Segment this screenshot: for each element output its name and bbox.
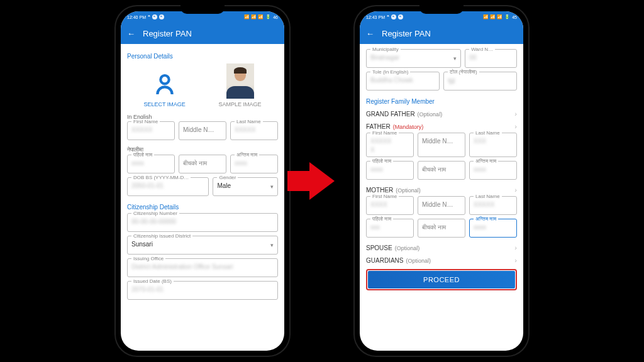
- section-family: Register Family Member: [366, 98, 517, 105]
- mother-nepali-last-field[interactable]: अन्तिम नामxxxx: [469, 219, 517, 238]
- mother-last-field[interactable]: Last NameXXXXX: [469, 196, 517, 215]
- content-left[interactable]: Personal Details SELECT IMAGE SAMPLE IMA…: [121, 44, 284, 351]
- status-app-icon: ❝: [152, 14, 157, 19]
- issuing-office-field[interactable]: Issuing OfficeDistrict Administration Of…: [127, 258, 278, 277]
- chevron-right-icon: ›: [514, 110, 517, 118]
- father-nepali-middle-field[interactable]: बीचको नाम: [418, 161, 465, 180]
- section-personal-details: Personal Details: [127, 53, 278, 60]
- battery-icon: 🔋: [504, 14, 510, 19]
- chevron-right-icon: ›: [514, 186, 517, 194]
- quote-icon: ❝: [387, 14, 389, 19]
- net-indicator: 45: [512, 15, 517, 19]
- signal-icon: 📶 📶 📶: [483, 14, 502, 19]
- status-app-icon: ❝: [391, 14, 396, 19]
- person-placeholder-icon: [151, 71, 179, 99]
- father-middle-field[interactable]: Middle N…: [418, 133, 465, 157]
- proceed-button[interactable]: PROCEED: [368, 271, 515, 288]
- first-name-field[interactable]: First NameXXXXX: [127, 121, 175, 140]
- chevron-down-icon: ▾: [270, 184, 274, 190]
- screen-right: 12:43 PM ❝ ❝ ❝ 📶 📶 📶 🔋 45 ← Register PAN…: [360, 11, 523, 351]
- svg-point-0: [160, 75, 169, 84]
- arrow-right-icon: [309, 162, 335, 200]
- citizenship-district-field[interactable]: Citizenship issued DistrictSunsari▾: [127, 236, 278, 255]
- chevron-down-icon: ▾: [453, 55, 457, 62]
- guardians-row[interactable]: GUARDIANS(Optional)›: [366, 254, 517, 266]
- municipality-field[interactable]: MunicipalityBiratnagar▾: [366, 49, 461, 68]
- ward-field[interactable]: Ward N…00: [465, 49, 517, 68]
- battery-icon: 🔋: [265, 14, 271, 19]
- proceed-highlight: PROCEED: [366, 269, 517, 290]
- net-indicator: 46: [273, 15, 278, 19]
- sample-image-label: SAMPLE IMAGE: [219, 101, 262, 107]
- issued-date-field[interactable]: Issued Date (BS)2070-01-01: [127, 281, 278, 300]
- status-time: 12:40 PM: [127, 15, 146, 19]
- sample-image-display: SAMPLE IMAGE: [219, 63, 262, 107]
- status-app-icon: ❝: [398, 14, 403, 19]
- phone-notch: [180, 5, 225, 14]
- select-image-label: SELECT IMAGE: [143, 101, 185, 107]
- content-right[interactable]: MunicipalityBiratnagar▾ Ward N…00 Tole (…: [360, 44, 523, 351]
- tole-nepali-field[interactable]: टोल (नेपालीमा)बुद्ध: [443, 72, 517, 90]
- section-citizenship: Citizenship Details: [127, 204, 278, 211]
- last-name-field[interactable]: Last NameXXXXX: [230, 121, 278, 140]
- mother-first-field[interactable]: First NameXXXX: [366, 196, 414, 215]
- sample-photo: [226, 63, 254, 99]
- tole-english-field[interactable]: Tole (In English)Buddha Chowk: [366, 72, 440, 90]
- appbar: ← Register PAN: [121, 23, 284, 44]
- middle-name-field[interactable]: Middle N…: [179, 121, 226, 140]
- mother-nepali-first-field[interactable]: पहिलो नामxxx: [366, 219, 414, 238]
- dob-field[interactable]: DOB BS (YYYY-MM-D…2050-01-01: [127, 177, 209, 196]
- quote-icon: ❝: [148, 14, 150, 19]
- phone-notch: [419, 5, 464, 14]
- phone-frame-right: 12:43 PM ❝ ❝ ❝ 📶 📶 📶 🔋 45 ← Register PAN…: [353, 5, 530, 357]
- screen-left: 12:40 PM ❝ ❝ ❝ 📶 📶 📶 🔋 46 ← Register PAN…: [121, 11, 284, 351]
- grandfather-row[interactable]: GRAND FATHER(Optional)›: [366, 107, 517, 120]
- father-last-field[interactable]: Last NameXXX: [469, 133, 517, 157]
- chevron-right-icon: ›: [514, 123, 517, 130]
- citizenship-number-field[interactable]: Citizenship Number00-00-00-00000: [127, 213, 278, 232]
- nepali-last-field[interactable]: अन्तिम नामxxxx: [230, 155, 278, 173]
- spouse-row[interactable]: SPOUSE(Optional)›: [366, 241, 517, 254]
- chevron-right-icon: ›: [514, 256, 517, 264]
- appbar-title: Register PAN: [382, 29, 431, 38]
- phone-frame-left: 12:40 PM ❝ ❝ ❝ 📶 📶 📶 🔋 46 ← Register PAN…: [114, 5, 291, 357]
- select-image-button[interactable]: SELECT IMAGE: [143, 71, 185, 107]
- mother-nepali-middle-field[interactable]: बीचको नाम: [418, 219, 465, 238]
- status-app-icon: ❝: [159, 14, 164, 19]
- signal-icon: 📶 📶 📶: [244, 14, 264, 19]
- chevron-down-icon: ▾: [270, 242, 274, 248]
- status-time: 12:43 PM: [366, 15, 385, 19]
- gender-field[interactable]: GenderMale▾: [213, 177, 278, 196]
- back-icon[interactable]: ←: [127, 29, 135, 38]
- chevron-right-icon: ›: [514, 244, 517, 251]
- appbar-title: Register PAN: [143, 29, 192, 38]
- nepali-middle-field[interactable]: बीचको नाम: [179, 155, 226, 173]
- father-nepali-last-field[interactable]: अन्तिम नामxxxx: [469, 161, 517, 180]
- father-nepali-first-field[interactable]: पहिलो नामxxxx: [366, 161, 414, 180]
- mother-middle-field[interactable]: Middle N…: [418, 196, 465, 215]
- back-icon[interactable]: ←: [366, 29, 374, 38]
- appbar: ← Register PAN: [360, 23, 523, 44]
- father-first-field[interactable]: First NameXXXXXX: [366, 133, 414, 157]
- nepali-first-field[interactable]: पहिलो नामxxxx: [127, 155, 175, 173]
